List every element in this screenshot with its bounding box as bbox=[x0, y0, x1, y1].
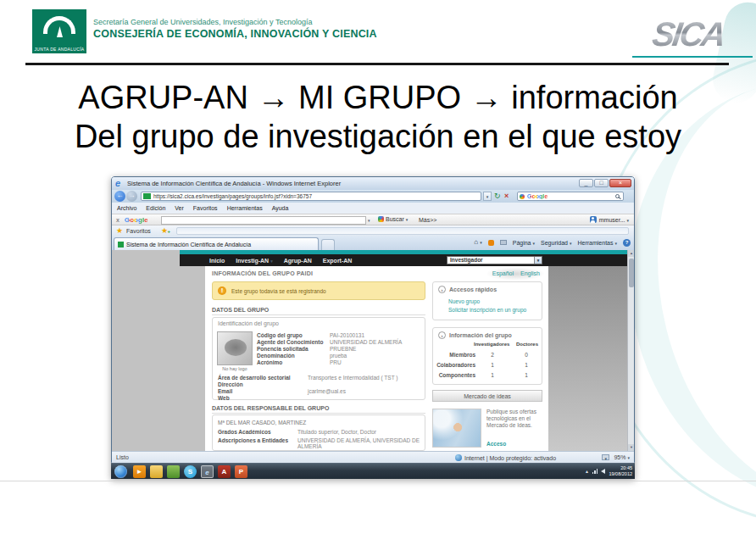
chevron-down-icon[interactable]: ▾ bbox=[534, 257, 542, 264]
network-icon[interactable] bbox=[592, 469, 598, 474]
site-nav: Inicio Investig-AN Agrup-AN Export-AN In… bbox=[180, 254, 627, 266]
menu-ver[interactable]: Ver bbox=[175, 205, 184, 211]
google-user-menu[interactable]: mmuser... bbox=[590, 216, 629, 223]
menu-edicion[interactable]: Edición bbox=[146, 205, 165, 211]
search-icon[interactable] bbox=[615, 194, 620, 198]
adobe-reader-icon[interactable]: A bbox=[218, 465, 231, 478]
col-doctores: Doctores bbox=[516, 342, 538, 347]
address-dropdown-icon[interactable]: ▾ bbox=[483, 192, 492, 201]
junta-andalucia-logo: JUNTA DE ANDALUCÍA bbox=[32, 9, 86, 53]
help-icon[interactable]: ? bbox=[623, 239, 631, 247]
tray-expand-icon[interactable]: ▲ bbox=[585, 469, 589, 474]
row-value: 0 bbox=[514, 352, 538, 358]
google-logo: Google bbox=[125, 216, 148, 224]
quick-access-icon: › bbox=[438, 286, 446, 293]
google-search-dropdown-icon[interactable]: ▾ bbox=[368, 218, 370, 223]
favorites-label[interactable]: Favoritos bbox=[126, 228, 151, 234]
google-search-button[interactable]: Buscar bbox=[378, 216, 408, 222]
field-label: Área de desarrollo sectorial bbox=[218, 375, 308, 381]
page-menu[interactable]: Página bbox=[513, 240, 535, 246]
field-value: PRUEBNE bbox=[330, 346, 356, 352]
add-favorite-icon[interactable]: ★ bbox=[161, 227, 168, 235]
link-nuevo-grupo[interactable]: Nuevo grupo bbox=[448, 298, 480, 304]
field-row: Grados Académicos Titulado superior, Doc… bbox=[218, 429, 421, 435]
tools-menu[interactable]: Herramientas bbox=[577, 240, 617, 246]
refresh-icon[interactable]: ↻ bbox=[494, 192, 501, 201]
maximize-button[interactable]: □ bbox=[594, 179, 609, 187]
minimize-button[interactable]: _ bbox=[579, 179, 593, 187]
window-title: Sistema de Información Científica de And… bbox=[127, 180, 341, 187]
slide-title-line1: AGRUP-AN → MI GRUPO → información bbox=[0, 80, 756, 116]
field-row: Ponencia solicitada PRUEBNE bbox=[257, 346, 421, 352]
field-label: Adscripciones a Entidades bbox=[218, 437, 297, 449]
view-mode-icon[interactable] bbox=[602, 454, 609, 460]
nav-inicio[interactable]: Inicio bbox=[209, 258, 225, 264]
nav-investig-an[interactable]: Investig-AN bbox=[236, 258, 272, 264]
page-heading: INFORMACIÓN DEL GRUPO PAIDI bbox=[212, 270, 313, 276]
lang-es-link[interactable]: Español bbox=[492, 270, 514, 276]
favorites-bar-field[interactable] bbox=[176, 227, 629, 235]
search-provider-label: Google bbox=[527, 193, 548, 199]
tab-sica[interactable]: Sistema de Información Científica de And… bbox=[114, 237, 319, 250]
col-investigadores: Investigadores bbox=[474, 342, 509, 347]
sica-underline bbox=[632, 56, 753, 58]
ident-box-title: Identificación del grupo bbox=[218, 320, 279, 326]
favorites-star-icon[interactable]: ★ bbox=[116, 227, 123, 235]
explorer-icon[interactable] bbox=[150, 465, 163, 478]
scroll-up-icon[interactable]: ▲ bbox=[628, 250, 634, 257]
toolbar-close-icon[interactable]: x bbox=[116, 217, 120, 223]
media-player-icon[interactable]: ► bbox=[133, 465, 146, 478]
field-row: Web bbox=[218, 395, 421, 401]
google-search-input[interactable] bbox=[161, 216, 366, 225]
link-solicitar-inscripcion[interactable]: Solicitar inscripción en un grupo bbox=[448, 307, 526, 313]
alert-box: ! Este grupo todavía se está registrando bbox=[212, 281, 425, 300]
rss-icon[interactable] bbox=[488, 240, 494, 246]
group-info-icon: › bbox=[438, 331, 446, 339]
ident-box: Identificación del grupo No hay logo Cód… bbox=[212, 317, 425, 400]
lang-en-link[interactable]: English bbox=[520, 270, 540, 276]
row-label: Miembros bbox=[435, 352, 475, 358]
field-value: UNIVERSIDAD DE ALMERÍA bbox=[330, 339, 402, 345]
powerpoint-icon[interactable]: P bbox=[235, 465, 247, 478]
security-menu[interactable]: Seguridad bbox=[541, 240, 571, 246]
vertical-scrollbar[interactable]: ▲ ▼ bbox=[627, 250, 634, 451]
zoom-level[interactable]: 95% bbox=[614, 454, 630, 460]
scroll-down-icon[interactable]: ▼ bbox=[628, 444, 634, 451]
nav-agrup-an[interactable]: Agrup-AN bbox=[284, 258, 312, 264]
forward-button[interactable]: → bbox=[126, 191, 137, 202]
skype-icon[interactable]: S bbox=[184, 465, 197, 478]
menu-archivo[interactable]: Archivo bbox=[117, 205, 136, 211]
market-ideas-header[interactable]: Mercado de ideas bbox=[432, 390, 542, 402]
field-row: Área de desarrollo sectorial Transportes… bbox=[218, 375, 421, 381]
scrollbar-thumb[interactable] bbox=[629, 259, 634, 287]
menu-herramientas[interactable]: Herramientas bbox=[227, 205, 263, 211]
internet-explorer-icon[interactable]: e bbox=[201, 465, 214, 478]
address-input[interactable]: https://sica2.cica.es/investigan/pages/g… bbox=[141, 192, 481, 201]
stop-icon[interactable]: × bbox=[504, 192, 509, 201]
ie-icon: e bbox=[115, 178, 120, 189]
home-icon[interactable]: ⌂ bbox=[474, 238, 481, 247]
taskbar-clock[interactable]: 20:45 19/08/2012 bbox=[609, 465, 632, 476]
security-zone: Internet | Modo protegido: activado bbox=[455, 454, 556, 461]
new-tab-stub[interactable] bbox=[321, 239, 335, 250]
google-more-link[interactable]: Más>> bbox=[419, 217, 436, 223]
field-row: Dirección bbox=[218, 381, 421, 387]
window-titlebar[interactable]: e Sistema de Información Científica de A… bbox=[112, 177, 634, 190]
google-search-button-label: Buscar bbox=[386, 216, 408, 222]
nav-export-an[interactable]: Export-AN bbox=[323, 258, 353, 264]
alert-text: Este grupo todavía se está registrando bbox=[231, 288, 326, 294]
print-icon[interactable] bbox=[500, 240, 507, 245]
menu-bar: Archivo Edición Ver Favoritos Herramient… bbox=[112, 203, 634, 214]
group-logo-placeholder bbox=[217, 331, 253, 365]
row-value: 1 bbox=[481, 362, 504, 368]
office-suite-icon[interactable] bbox=[167, 465, 180, 478]
menu-favoritos[interactable]: Favoritos bbox=[193, 205, 218, 211]
search-input[interactable]: Google bbox=[517, 192, 624, 201]
volume-icon[interactable] bbox=[601, 469, 605, 474]
back-button[interactable]: ← bbox=[114, 191, 125, 202]
role-select[interactable]: Investigador ▾ bbox=[447, 256, 542, 264]
market-acceso-link[interactable]: Acceso bbox=[486, 441, 506, 447]
close-button[interactable]: × bbox=[609, 179, 631, 187]
start-button[interactable] bbox=[114, 465, 127, 478]
menu-ayuda[interactable]: Ayuda bbox=[272, 205, 289, 211]
